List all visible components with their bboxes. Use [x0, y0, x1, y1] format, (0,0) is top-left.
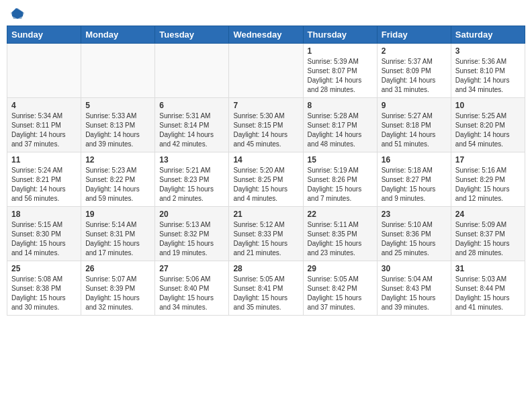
day-info: Sunrise: 5:37 AM Sunset: 8:09 PM Dayligh… — [382, 57, 447, 95]
calendar-header-sunday: Sunday — [7, 26, 81, 44]
day-number: 14 — [233, 155, 298, 165]
svg-marker-1 — [11, 8, 24, 19]
calendar-cell — [81, 44, 155, 98]
day-number: 29 — [308, 264, 373, 273]
calendar-cell: 27Sunrise: 5:06 AM Sunset: 8:40 PM Dayli… — [155, 261, 229, 316]
day-info: Sunrise: 5:11 AM Sunset: 8:35 PM Dayligh… — [308, 220, 373, 258]
calendar-cell: 17Sunrise: 5:16 AM Sunset: 8:29 PM Dayli… — [451, 152, 525, 207]
calendar-cell: 25Sunrise: 5:08 AM Sunset: 8:38 PM Dayli… — [7, 261, 81, 316]
calendar-cell: 26Sunrise: 5:07 AM Sunset: 8:39 PM Dayli… — [81, 261, 155, 316]
day-info: Sunrise: 5:05 AM Sunset: 8:42 PM Dayligh… — [308, 275, 373, 312]
logo — [9, 7, 24, 20]
calendar-table: SundayMondayTuesdayWednesdayThursdayFrid… — [7, 26, 525, 316]
calendar-cell: 10Sunrise: 5:25 AM Sunset: 8:20 PM Dayli… — [451, 98, 525, 152]
day-number: 4 — [11, 101, 77, 110]
calendar-cell: 7Sunrise: 5:30 AM Sunset: 8:15 PM Daylig… — [229, 98, 303, 152]
calendar-cell: 13Sunrise: 5:21 AM Sunset: 8:23 PM Dayli… — [155, 152, 229, 207]
day-info: Sunrise: 5:10 AM Sunset: 8:36 PM Dayligh… — [382, 220, 447, 258]
day-info: Sunrise: 5:13 AM Sunset: 8:32 PM Dayligh… — [159, 220, 224, 258]
logo-icon — [11, 7, 24, 20]
day-info: Sunrise: 5:05 AM Sunset: 8:41 PM Dayligh… — [233, 275, 298, 312]
day-info: Sunrise: 5:39 AM Sunset: 8:07 PM Dayligh… — [308, 57, 373, 95]
day-info: Sunrise: 5:15 AM Sunset: 8:30 PM Dayligh… — [11, 220, 77, 258]
calendar-week-row: 11Sunrise: 5:24 AM Sunset: 8:21 PM Dayli… — [7, 152, 525, 207]
calendar-week-row: 25Sunrise: 5:08 AM Sunset: 8:38 PM Dayli… — [7, 261, 525, 316]
day-number: 6 — [159, 101, 224, 110]
day-number: 30 — [382, 264, 447, 273]
calendar-cell — [7, 44, 81, 98]
calendar-header-thursday: Thursday — [303, 26, 377, 44]
day-info: Sunrise: 5:07 AM Sunset: 8:39 PM Dayligh… — [85, 275, 150, 312]
day-number: 25 — [11, 264, 77, 273]
day-number: 2 — [382, 46, 447, 56]
day-number: 23 — [382, 210, 447, 219]
calendar-cell: 16Sunrise: 5:18 AM Sunset: 8:27 PM Dayli… — [377, 152, 451, 207]
day-number: 19 — [85, 210, 150, 219]
day-number: 16 — [382, 155, 447, 165]
day-number: 5 — [85, 101, 150, 110]
day-number: 26 — [85, 264, 150, 273]
day-number: 28 — [233, 264, 298, 273]
day-info: Sunrise: 5:23 AM Sunset: 8:22 PM Dayligh… — [85, 166, 150, 203]
calendar-cell: 3Sunrise: 5:36 AM Sunset: 8:10 PM Daylig… — [451, 44, 525, 98]
day-number: 8 — [308, 101, 373, 110]
calendar-cell — [155, 44, 229, 98]
day-info: Sunrise: 5:03 AM Sunset: 8:44 PM Dayligh… — [455, 275, 521, 312]
day-number: 27 — [159, 264, 224, 273]
day-number: 18 — [11, 210, 77, 219]
day-info: Sunrise: 5:08 AM Sunset: 8:38 PM Dayligh… — [11, 275, 77, 312]
day-number: 20 — [159, 210, 224, 219]
calendar-cell: 9Sunrise: 5:27 AM Sunset: 8:18 PM Daylig… — [377, 98, 451, 152]
calendar-header-wednesday: Wednesday — [229, 26, 303, 44]
calendar-cell: 22Sunrise: 5:11 AM Sunset: 8:35 PM Dayli… — [303, 207, 377, 261]
day-number: 1 — [308, 46, 373, 56]
day-number: 17 — [455, 155, 521, 165]
day-number: 15 — [308, 155, 373, 165]
day-number: 12 — [85, 155, 150, 165]
day-info: Sunrise: 5:09 AM Sunset: 8:37 PM Dayligh… — [455, 220, 521, 258]
day-info: Sunrise: 5:16 AM Sunset: 8:29 PM Dayligh… — [455, 166, 521, 203]
calendar-header-friday: Friday — [377, 26, 451, 44]
day-info: Sunrise: 5:36 AM Sunset: 8:10 PM Dayligh… — [455, 57, 521, 95]
calendar-cell: 24Sunrise: 5:09 AM Sunset: 8:37 PM Dayli… — [451, 207, 525, 261]
calendar-header-monday: Monday — [81, 26, 155, 44]
day-number: 9 — [382, 101, 447, 110]
calendar-week-row: 18Sunrise: 5:15 AM Sunset: 8:30 PM Dayli… — [7, 207, 525, 261]
day-info: Sunrise: 5:18 AM Sunset: 8:27 PM Dayligh… — [382, 166, 447, 203]
calendar-cell: 29Sunrise: 5:05 AM Sunset: 8:42 PM Dayli… — [303, 261, 377, 316]
calendar-cell: 4Sunrise: 5:34 AM Sunset: 8:11 PM Daylig… — [7, 98, 81, 152]
calendar-week-row: 4Sunrise: 5:34 AM Sunset: 8:11 PM Daylig… — [7, 98, 525, 152]
day-number: 13 — [159, 155, 224, 165]
calendar-cell: 19Sunrise: 5:14 AM Sunset: 8:31 PM Dayli… — [81, 207, 155, 261]
day-info: Sunrise: 5:25 AM Sunset: 8:20 PM Dayligh… — [455, 111, 521, 149]
day-info: Sunrise: 5:12 AM Sunset: 8:33 PM Dayligh… — [233, 220, 298, 258]
day-info: Sunrise: 5:27 AM Sunset: 8:18 PM Dayligh… — [382, 111, 447, 149]
calendar-cell: 31Sunrise: 5:03 AM Sunset: 8:44 PM Dayli… — [451, 261, 525, 316]
day-number: 24 — [455, 210, 521, 219]
calendar-header-row: SundayMondayTuesdayWednesdayThursdayFrid… — [7, 26, 525, 44]
day-number: 10 — [455, 101, 521, 110]
day-number: 7 — [233, 101, 298, 110]
calendar-cell: 15Sunrise: 5:19 AM Sunset: 8:26 PM Dayli… — [303, 152, 377, 207]
day-number: 21 — [233, 210, 298, 219]
calendar-cell: 30Sunrise: 5:04 AM Sunset: 8:43 PM Dayli… — [377, 261, 451, 316]
calendar-week-row: 1Sunrise: 5:39 AM Sunset: 8:07 PM Daylig… — [7, 44, 525, 98]
calendar-cell: 11Sunrise: 5:24 AM Sunset: 8:21 PM Dayli… — [7, 152, 81, 207]
calendar-header-tuesday: Tuesday — [155, 26, 229, 44]
day-info: Sunrise: 5:28 AM Sunset: 8:17 PM Dayligh… — [308, 111, 373, 149]
calendar-cell: 5Sunrise: 5:33 AM Sunset: 8:13 PM Daylig… — [81, 98, 155, 152]
calendar-cell: 18Sunrise: 5:15 AM Sunset: 8:30 PM Dayli… — [7, 207, 81, 261]
day-info: Sunrise: 5:19 AM Sunset: 8:26 PM Dayligh… — [308, 166, 373, 203]
day-number: 11 — [11, 155, 77, 165]
day-info: Sunrise: 5:31 AM Sunset: 8:14 PM Dayligh… — [159, 111, 224, 149]
day-info: Sunrise: 5:20 AM Sunset: 8:25 PM Dayligh… — [233, 166, 298, 203]
calendar-cell: 28Sunrise: 5:05 AM Sunset: 8:41 PM Dayli… — [229, 261, 303, 316]
day-number: 31 — [455, 264, 521, 273]
day-info: Sunrise: 5:30 AM Sunset: 8:15 PM Dayligh… — [233, 111, 298, 149]
calendar-header-saturday: Saturday — [451, 26, 525, 44]
day-info: Sunrise: 5:06 AM Sunset: 8:40 PM Dayligh… — [159, 275, 224, 312]
calendar-cell: 1Sunrise: 5:39 AM Sunset: 8:07 PM Daylig… — [303, 44, 377, 98]
day-info: Sunrise: 5:14 AM Sunset: 8:31 PM Dayligh… — [85, 220, 150, 258]
day-info: Sunrise: 5:21 AM Sunset: 8:23 PM Dayligh… — [159, 166, 224, 203]
day-info: Sunrise: 5:04 AM Sunset: 8:43 PM Dayligh… — [382, 275, 447, 312]
